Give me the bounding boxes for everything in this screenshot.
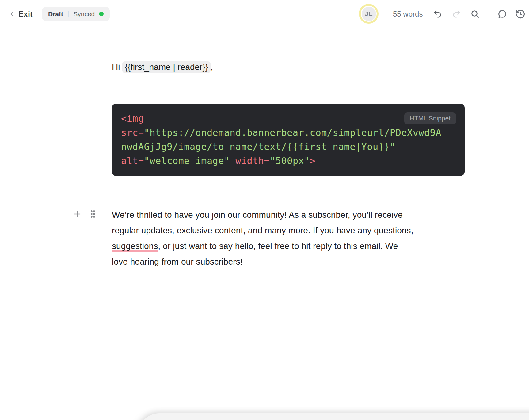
paragraph-line-4: love hearing from our subscribers! [112,254,413,269]
word-count: 55 words [393,10,423,18]
paragraph-line-1: We’re thrilled to have you join our comm… [112,207,413,223]
greeting-prefix: Hi [112,62,122,72]
block-controls [73,209,97,219]
exit-label: Exit [18,10,33,19]
paragraph-line-2: regular updates, exclusive content, and … [112,223,413,238]
avatar-initials: JL [362,7,376,21]
suggestions-underlined-word[interactable]: suggestions [112,241,158,252]
greeting-suffix: , [211,62,213,72]
history-button[interactable] [515,9,526,19]
history-clock-icon [515,9,526,19]
search-icon [470,9,480,19]
undo-icon [433,9,443,19]
status-synced-label: Synced [73,10,95,18]
redo-icon [451,9,461,19]
comment-bubble-icon [497,9,508,19]
synced-indicator-dot [99,12,104,16]
paragraph-line-3-rest: , or just want to say hello, feel free t… [158,241,398,251]
paragraph-block[interactable]: We’re thrilled to have you join our comm… [112,207,413,269]
editor-page: Exit Draft | Synced JL 55 words [0,0,529,420]
exit-button[interactable]: Exit [9,7,33,21]
undo-button[interactable] [432,9,443,19]
user-avatar[interactable]: JL [359,4,379,24]
chevron-left-icon [9,10,16,18]
top-toolbar: Exit Draft | Synced JL 55 words [0,0,529,28]
status-draft-label: Draft [48,10,63,18]
bottom-sheet-edge [138,413,529,420]
status-divider: | [67,10,69,17]
search-button[interactable] [470,9,480,19]
merge-tag-token[interactable]: {{first_name | reader}} [122,61,211,73]
redo-button[interactable] [451,9,462,19]
html-snippet-block[interactable]: HTML Snippet <imgsrc="https://ondemand.b… [112,104,465,176]
html-snippet-badge: HTML Snippet [404,112,456,124]
drag-handle-icon[interactable] [89,209,97,219]
greeting-line[interactable]: Hi {{first_name | reader}}, [112,61,213,73]
status-badge[interactable]: Draft | Synced [42,7,110,21]
add-block-button[interactable] [73,209,82,219]
comments-button[interactable] [497,9,508,19]
paragraph-line-3: suggestions, or just want to say hello, … [112,238,413,254]
